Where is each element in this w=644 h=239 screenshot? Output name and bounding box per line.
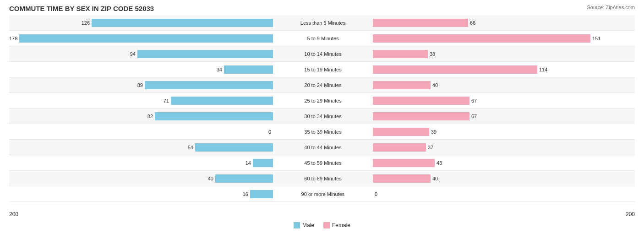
chart-row: 54 40 to 44 Minutes 37 [9, 140, 635, 155]
left-section: 34 [9, 65, 275, 74]
chart-row: 14 45 to 59 Minutes 43 [9, 155, 635, 171]
male-value: 54 [188, 145, 193, 150]
male-value: 82 [147, 114, 153, 119]
male-value: 126 [82, 20, 90, 26]
female-bar [373, 50, 428, 58]
female-bar [373, 143, 426, 152]
male-legend-label: Male [302, 222, 314, 228]
right-section: 38 [371, 50, 637, 58]
left-section: 94 [9, 50, 275, 58]
right-section: 40 [371, 174, 637, 183]
female-value: 39 [431, 129, 437, 135]
male-bar [215, 174, 273, 183]
chart-row: 16 90 or more Minutes 0 [9, 186, 635, 202]
right-section: 37 [371, 143, 637, 152]
right-section: 67 [371, 112, 637, 120]
female-legend-label: Female [332, 222, 350, 228]
male-value: 34 [217, 67, 222, 72]
male-bar [253, 159, 273, 167]
female-value: 40 [432, 176, 438, 181]
row-label: Less than 5 Minutes [275, 20, 371, 26]
row-label: 5 to 9 Minutes [275, 36, 371, 41]
bars-area: 126 Less than 5 Minutes 66 178 5 to 9 Mi… [9, 15, 635, 207]
right-section: 67 [371, 97, 637, 105]
female-value: 67 [471, 98, 477, 103]
male-bar [19, 34, 273, 43]
female-bar [373, 174, 431, 183]
right-section: 114 [371, 65, 637, 74]
chart-row: 94 10 to 14 Minutes 38 [9, 46, 635, 62]
male-value: 40 [208, 176, 213, 181]
chart-row: 40 60 to 89 Minutes 40 [9, 171, 635, 186]
row-label: 30 to 34 Minutes [275, 114, 371, 119]
female-value: 114 [539, 67, 547, 72]
female-value: 38 [430, 51, 435, 57]
male-value: 14 [246, 160, 251, 166]
female-bar [373, 97, 469, 105]
axis-left: 200 [9, 211, 18, 217]
right-section: 40 [371, 81, 637, 89]
male-bar [195, 143, 273, 152]
female-value: 40 [432, 82, 438, 88]
row-label: 25 to 29 Minutes [275, 98, 371, 103]
female-bar [373, 112, 469, 120]
male-bar [224, 65, 273, 74]
chart-row: 178 5 to 9 Minutes 151 [9, 31, 635, 46]
female-bar [373, 34, 590, 43]
male-value: 94 [130, 51, 136, 57]
row-label: 35 to 39 Minutes [275, 129, 371, 135]
right-section: 39 [371, 128, 637, 136]
male-bar [250, 190, 273, 198]
female-value: 67 [471, 114, 477, 119]
row-label: 20 to 24 Minutes [275, 82, 371, 88]
female-value: 66 [470, 20, 475, 26]
left-section: 71 [9, 97, 275, 105]
right-section: 43 [371, 159, 637, 167]
female-bar [373, 128, 429, 136]
row-label: 90 or more Minutes [275, 191, 371, 197]
male-bar [145, 81, 273, 89]
left-section: 54 [9, 143, 275, 152]
source-label: Source: ZipAtlas.com [587, 5, 635, 10]
row-label: 60 to 89 Minutes [275, 176, 371, 181]
male-legend-box [294, 222, 300, 228]
male-value: 89 [137, 82, 143, 88]
female-bar [373, 19, 468, 27]
female-value: 37 [428, 145, 433, 150]
male-value: 178 [9, 36, 17, 41]
left-section: 82 [9, 112, 275, 120]
chart-container: COMMUTE TIME BY SEX IN ZIP CODE 52033 So… [0, 0, 644, 239]
left-section: 16 [9, 190, 275, 198]
row-label: 10 to 14 Minutes [275, 51, 371, 57]
male-value: 0 [268, 129, 271, 135]
left-section: 126 [9, 19, 275, 27]
chart-row: 0 35 to 39 Minutes 39 [9, 124, 635, 140]
female-legend-box [323, 222, 330, 228]
legend-male: Male [294, 222, 314, 228]
right-section: 0 [371, 190, 637, 198]
chart-row: 89 20 to 24 Minutes 40 [9, 77, 635, 93]
right-section: 66 [371, 19, 637, 27]
male-value: 71 [164, 98, 169, 103]
female-value: 43 [437, 160, 442, 166]
female-bar [373, 159, 435, 167]
legend: Male Female [9, 222, 635, 228]
row-label: 15 to 19 Minutes [275, 67, 371, 72]
row-label: 45 to 59 Minutes [275, 160, 371, 166]
left-section: 14 [9, 159, 275, 167]
axis-labels: 200 200 [9, 209, 635, 219]
left-section: 89 [9, 81, 275, 89]
chart-row: 71 25 to 29 Minutes 67 [9, 93, 635, 109]
left-section: 178 [9, 34, 275, 43]
chart-row: 82 30 to 34 Minutes 67 [9, 109, 635, 124]
chart-title: COMMUTE TIME BY SEX IN ZIP CODE 52033 [9, 5, 635, 12]
row-label: 40 to 44 Minutes [275, 145, 371, 150]
chart-row: 34 15 to 19 Minutes 114 [9, 62, 635, 77]
chart-row: 126 Less than 5 Minutes 66 [9, 15, 635, 31]
left-section: 40 [9, 174, 275, 183]
legend-female: Female [323, 222, 350, 228]
female-bar [373, 65, 537, 74]
left-section: 0 [9, 128, 275, 136]
right-section: 151 [371, 34, 637, 43]
male-bar [137, 50, 273, 58]
